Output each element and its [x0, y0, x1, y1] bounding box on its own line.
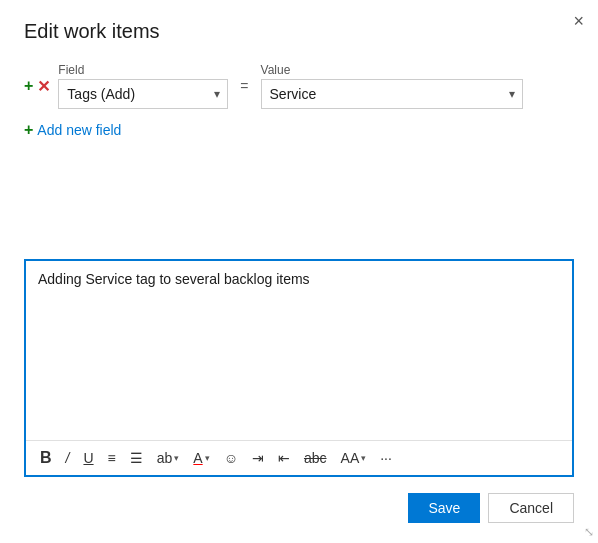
strikethrough-button[interactable]: abc: [298, 446, 333, 470]
font-size-button[interactable]: AA ▾: [335, 446, 373, 470]
field-select[interactable]: Tags (Add) Tags (Remove) Area Iteration …: [58, 79, 228, 109]
add-new-field-link[interactable]: + Add new field: [24, 121, 574, 139]
close-button[interactable]: ×: [573, 12, 584, 30]
field-row: + ✕ Field Tags (Add) Tags (Remove) Area …: [24, 63, 574, 109]
editor-toolbar: B / U ≡ ☰ ab ▾ A ▾ ☺ ⇥ ⇤ abc AA ▾ ···: [26, 440, 572, 475]
text-editor: Adding Service tag to several backlog it…: [24, 259, 574, 477]
field-actions: + ✕: [24, 77, 50, 96]
field-select-wrapper: Tags (Add) Tags (Remove) Area Iteration …: [58, 79, 228, 109]
spacer: [24, 155, 574, 259]
add-field-label: Add new field: [37, 122, 121, 138]
cancel-button[interactable]: Cancel: [488, 493, 574, 523]
dialog-footer: Save Cancel: [24, 493, 574, 523]
indent-button[interactable]: ⇥: [246, 446, 270, 470]
value-select[interactable]: Service Backend Frontend Infrastructure …: [261, 79, 523, 109]
align-button[interactable]: ≡: [102, 446, 122, 470]
add-field-plus-icon: +: [24, 121, 33, 139]
value-label: Value: [261, 63, 523, 77]
highlight-button[interactable]: ab ▾: [151, 446, 186, 470]
bold-button[interactable]: B: [34, 445, 58, 471]
font-color-chevron: ▾: [205, 453, 210, 463]
emoji-button[interactable]: ☺: [218, 446, 244, 470]
underline-button[interactable]: U: [77, 446, 99, 470]
font-size-chevron: ▾: [361, 453, 366, 463]
font-color-label: A: [193, 450, 202, 466]
highlight-label: ab: [157, 450, 173, 466]
remove-field-icon[interactable]: ✕: [37, 77, 50, 96]
outdent-button[interactable]: ⇤: [272, 446, 296, 470]
equals-sign: =: [236, 78, 252, 94]
highlight-chevron: ▾: [174, 453, 179, 463]
value-select-wrapper: Service Backend Frontend Infrastructure …: [261, 79, 523, 109]
dialog-title: Edit work items: [24, 20, 574, 43]
font-size-label: AA: [341, 450, 360, 466]
text-editor-content[interactable]: Adding Service tag to several backlog it…: [26, 261, 572, 440]
field-label: Field: [58, 63, 228, 77]
strikethrough-label: abc: [304, 450, 327, 466]
save-button[interactable]: Save: [408, 493, 480, 523]
add-field-icon[interactable]: +: [24, 77, 33, 95]
resize-handle: ⤡: [584, 525, 594, 539]
list-button[interactable]: ☰: [124, 446, 149, 470]
edit-work-items-dialog: × Edit work items + ✕ Field Tags (Add) T…: [0, 0, 598, 543]
field-group: Field Tags (Add) Tags (Remove) Area Iter…: [58, 63, 228, 109]
italic-button[interactable]: /: [60, 446, 76, 470]
more-button[interactable]: ···: [374, 446, 398, 470]
value-group: Value Service Backend Frontend Infrastru…: [261, 63, 523, 109]
font-color-button[interactable]: A ▾: [187, 446, 215, 470]
